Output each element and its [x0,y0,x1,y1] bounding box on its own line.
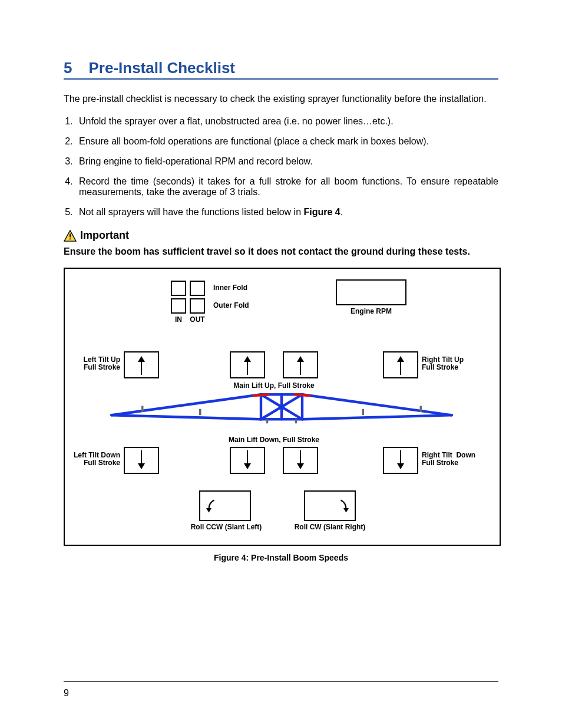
left-tilt-down-label: Left Tilt Down Full Stroke [70,452,120,467]
main-lift-up-right-field[interactable] [283,351,318,378]
step-3: Bring engine to field-operational RPM an… [75,156,498,167]
warning-icon [64,230,77,242]
step-4: Record the time (seconds) it takes for a… [75,176,498,197]
figure-caption: Figure 4: Pre-Install Boom Speeds [64,553,498,562]
right-tilt-up-label: Right Tilt Up Full Stroke [422,356,464,371]
svg-marker-19 [206,508,211,513]
main-lift-up-left-field[interactable] [230,351,265,378]
svg-rect-16 [362,409,365,416]
engine-rpm-label: Engine RPM [336,308,406,315]
svg-rect-2 [70,238,71,239]
boom-diagram [75,391,488,433]
section-title: Pre-Install Checklist [88,59,235,77]
svg-rect-14 [199,409,201,416]
step-5: Not all sprayers will have the functions… [75,207,498,218]
step-2: Ensure all boom-fold operations are func… [75,136,498,147]
main-lift-down-left-field[interactable] [230,447,265,474]
engine-rpm-field[interactable] [336,279,406,305]
left-tilt-up-field[interactable] [124,351,159,378]
main-lift-down-right-field[interactable] [283,447,318,474]
svg-line-8 [111,415,261,419]
svg-rect-18 [295,419,297,423]
important-text: Ensure the boom has sufficient travel so… [64,246,498,257]
outer-fold-label: Outer Fold [213,302,249,309]
svg-rect-17 [266,419,269,423]
svg-rect-13 [141,406,144,413]
svg-line-7 [111,394,261,415]
right-tilt-up-field[interactable] [383,351,418,378]
inner-fold-out-checkbox[interactable] [190,281,205,296]
left-tilt-up-label: Left Tilt Up Full Stroke [78,356,120,371]
figure-4-container: Inner Fold Outer Fold IN OUT Engine RPM … [64,268,501,546]
svg-line-11 [254,394,269,396]
svg-marker-20 [343,508,349,513]
important-heading: Important [64,229,498,242]
roll-ccw-field[interactable] [199,490,251,521]
outer-fold-in-checkbox[interactable] [171,298,186,314]
step-5-post: . [340,207,343,217]
main-lift-up-label: Main Lift Up, Full Stroke [218,382,330,390]
svg-rect-1 [70,233,71,237]
intro-paragraph: The pre-install checklist is necessary t… [64,94,498,104]
footer-rule [64,681,498,682]
svg-rect-15 [420,406,422,413]
roll-cw-field[interactable] [304,490,356,521]
svg-line-10 [302,415,452,419]
roll-ccw-arrow-icon [203,495,220,518]
page-number: 9 [64,688,69,699]
roll-ccw-label: Roll CCW (Slant Left) [185,523,267,531]
step-1: Unfold the sprayer over a flat, unobstru… [75,116,498,127]
inner-fold-label: Inner Fold [213,284,247,292]
steps-list: Unfold the sprayer over a flat, unobstru… [64,116,498,218]
svg-line-12 [295,394,310,396]
outer-fold-out-checkbox[interactable] [190,298,205,314]
out-label: OUT [190,316,205,324]
right-tilt-down-field[interactable] [383,447,418,474]
inner-fold-in-checkbox[interactable] [171,281,186,296]
section-heading: 5 Pre-Install Checklist [64,59,498,80]
step-5-bold: Figure 4 [304,207,340,217]
roll-cw-arrow-icon [335,495,352,518]
in-label: IN [171,316,186,324]
main-lift-down-label: Main Lift Down, Full Stroke [218,436,330,444]
section-number: 5 [64,59,72,77]
roll-cw-label: Roll CW (Slant Right) [289,523,371,531]
step-5-pre: Not all sprayers will have the functions… [79,207,304,217]
svg-line-9 [302,394,452,415]
document-page: 5 Pre-Install Checklist The pre-install … [0,0,562,728]
right-tilt-down-label: Right Tilt Down Full Stroke [422,452,475,467]
important-label: Important [80,229,129,242]
left-tilt-down-field[interactable] [124,447,159,474]
